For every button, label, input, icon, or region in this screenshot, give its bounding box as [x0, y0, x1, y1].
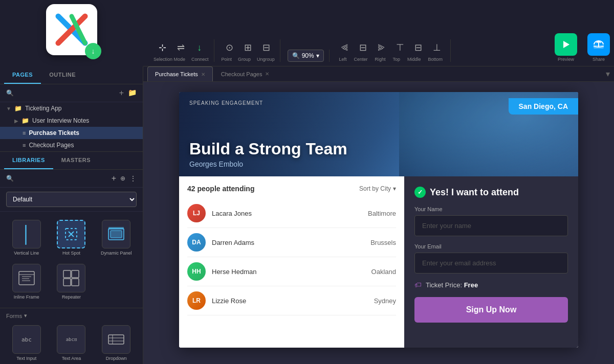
sidebar-tab-bar: PAGES OUTLINE [0, 66, 143, 84]
align-center-button[interactable]: ⊟ [355, 39, 371, 56]
preview-button[interactable] [555, 33, 577, 56]
avatar: LJ [187, 204, 206, 222]
app-logo: ↓ [46, 4, 97, 55]
libraries-section: LIBRARIES MASTERS 🔍 + ⊕ ⋮ Default │ Vert… [0, 151, 143, 364]
svg-rect-17 [63, 279, 71, 286]
point-button[interactable]: ⊙ [222, 39, 238, 56]
library-select-row: Default [0, 188, 143, 212]
ungroup-button[interactable]: ⊟ [258, 39, 275, 56]
copy-library-button[interactable]: ⊕ [120, 175, 125, 182]
hot-spot-label: Hot Spot [62, 251, 80, 256]
svg-marker-3 [563, 41, 569, 48]
pages-tab[interactable]: PAGES [4, 66, 41, 84]
toolbar-align-group: ⫷ ⊟ ⫸ ⊤ ⊟ ⊥ Left Center Right Top Middle… [332, 39, 451, 62]
vertical-line-widget[interactable]: │ Vertical Line [6, 218, 47, 258]
group-button[interactable]: ⊞ [240, 39, 256, 56]
dynamic-panel-widget[interactable]: Dynamic Panel [96, 218, 137, 258]
align-bottom-button[interactable]: ⊥ [429, 39, 445, 56]
canvas-tab-purchase-close[interactable]: ✕ [201, 72, 205, 77]
canvas-tab-checkout-close[interactable]: ✕ [265, 71, 269, 77]
outline-tab[interactable]: OUTLINE [41, 66, 84, 84]
hero-tag: SPEAKING ENGAGEMENT [189, 100, 263, 106]
widgets-grid: │ Vertical Line Hot Spot [0, 212, 143, 308]
connect-button[interactable]: ⇌ [173, 39, 189, 56]
share-group: Share [583, 33, 614, 62]
left-sidebar: PAGES OUTLINE 🔍 + 📁 ▼ 📁 Ticketing App ▶ … [0, 66, 143, 364]
add-folder-icon[interactable]: 📁 [128, 88, 137, 98]
align-right-button[interactable]: ⫸ [374, 39, 390, 56]
selection-mode-button[interactable]: ⊹ [155, 39, 171, 56]
attendee-city: Brussels [370, 239, 396, 246]
libraries-tab[interactable]: LIBRARIES [4, 152, 53, 169]
avatar: DA [187, 233, 206, 252]
canvas-content: SPEAKING ENGAGEMENT San Diego, CA Build … [143, 82, 614, 364]
libs-search-icon: 🔍 [6, 175, 14, 182]
inline-frame-widget[interactable]: Inline Frame [6, 262, 47, 302]
attendee-name: Lacara Jones [212, 210, 362, 217]
toolbar-zoom-group: 🔍 90% ▾ [282, 50, 330, 62]
import-button[interactable]: ↓ [191, 39, 208, 56]
libraries-search-input[interactable] [18, 175, 107, 182]
signup-title-text: Yes! I want to attend [430, 187, 519, 198]
vertical-line-label: Vertical Line [14, 251, 39, 256]
logo-bar: ↓ [0, 0, 143, 66]
selection-mode-label: Selection Mode [154, 57, 185, 62]
align-top-button[interactable]: ⊤ [392, 39, 408, 56]
folder-icon: 📁 [14, 105, 22, 112]
sidebar-search-row: 🔍 + 📁 [0, 84, 143, 102]
center-label: Center [354, 57, 367, 62]
chevron-icon: ▼ [6, 106, 11, 111]
add-library-button[interactable]: + [112, 174, 116, 183]
hero-subtitle: Georges Embolo [189, 160, 568, 168]
hot-spot-widget[interactable]: Hot Spot [51, 218, 92, 258]
canvas-tab-checkout[interactable]: Checkout Pages ✕ [214, 67, 277, 81]
tree-item-app[interactable]: ▼ 📁 Ticketing App [0, 102, 143, 115]
canvas-tab-bar: Purchase Tickets ✕ Checkout Pages ✕ ▾ [143, 66, 614, 82]
email-label: Your Email [414, 243, 568, 249]
group-label: Group [238, 57, 251, 62]
library-select[interactable]: Default [6, 192, 137, 207]
share-button[interactable] [587, 33, 610, 56]
text-input-widget[interactable]: abc Text Input [6, 323, 47, 363]
repeater-widget[interactable]: Repeater [51, 262, 92, 302]
attendees-header: 42 people attending Sort by City ▾ [187, 185, 396, 193]
dropdown-widget[interactable]: Dropdown [96, 323, 137, 363]
inline-frame-icon [12, 264, 41, 292]
tree-label-checkout: Checkout Pages [29, 142, 74, 149]
name-input[interactable] [414, 215, 568, 236]
email-input[interactable] [414, 253, 568, 274]
align-left-button[interactable]: ⫷ [337, 39, 353, 56]
middle-label: Middle [407, 57, 421, 62]
canvas-area: Purchase Tickets ✕ Checkout Pages ✕ ▾ SP… [143, 66, 614, 364]
forms-label[interactable]: Forms ▾ [6, 312, 137, 319]
signup-panel: ✓ Yes! I want to attend Your Name Your E… [404, 176, 578, 348]
tree-item-purchase[interactable]: ≡ Purchase Tickets [0, 127, 143, 139]
forms-chevron-icon: ▾ [24, 312, 27, 319]
more-library-button[interactable]: ⋮ [129, 174, 137, 183]
tree-item-notes[interactable]: ▶ 📁 User Interview Notes [0, 115, 143, 127]
left-label: Left [339, 57, 346, 62]
zoom-select[interactable]: 🔍 90% ▾ [288, 50, 324, 62]
tree-item-checkout[interactable]: ≡ Checkout Pages [0, 139, 143, 151]
add-page-icon[interactable]: + [119, 88, 124, 98]
avatar: HH [187, 262, 206, 281]
sidebar-search-input[interactable] [18, 89, 115, 97]
toolbar-selection-group: ⊹ ⇌ ↓ Selection Mode Connect [148, 39, 214, 62]
attendee-city: Oakland [371, 268, 396, 276]
name-label: Your Name [414, 206, 568, 212]
svg-rect-15 [63, 270, 71, 278]
attendee-row: HH Herse Hedman Oakland [187, 257, 396, 286]
dynamic-panel-label: Dynamic Panel [101, 251, 132, 256]
signup-button[interactable]: Sign Up Now [414, 297, 568, 323]
align-middle-button[interactable]: ⊟ [410, 39, 427, 56]
sort-button[interactable]: Sort by City ▾ [359, 185, 396, 192]
signup-title: ✓ Yes! I want to attend [414, 187, 568, 198]
masters-tab[interactable]: MASTERS [53, 152, 99, 169]
attendee-city: Baltimore [368, 210, 396, 217]
attendees-panel: 42 people attending Sort by City ▾ LJ La… [179, 176, 404, 348]
canvas-tab-purchase[interactable]: Purchase Tickets ✕ [147, 66, 213, 81]
text-area-widget[interactable]: abc⊡ Text Area [51, 323, 92, 363]
ticket-row: 🏷 Ticket Price: Free [414, 281, 568, 289]
tree-label-app: Ticketing App [25, 105, 62, 112]
tabs-expand-button[interactable]: ▾ [606, 69, 610, 79]
